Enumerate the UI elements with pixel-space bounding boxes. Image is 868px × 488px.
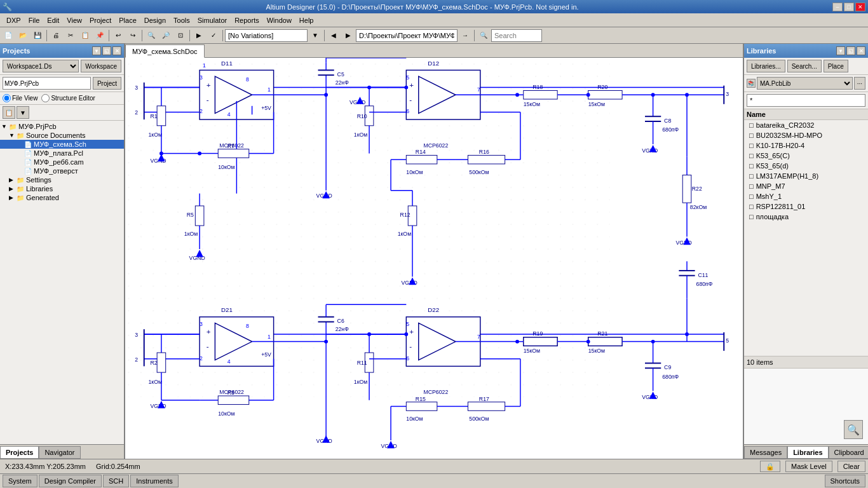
menu-place[interactable]: Place [115,15,140,25]
tree-item-cam[interactable]: 📄 МУФ_реб6.cam [0,158,124,166]
tab-instruments[interactable]: Instruments [130,475,178,487]
tree-item-pcb[interactable]: 📄 МУФ_плата.Pcl [0,149,124,158]
clear-text-btn[interactable]: Clear [837,461,865,472]
project-field[interactable] [3,77,91,90]
tb-copy[interactable]: 📋 [78,29,92,43]
tb-print[interactable]: 🖨 [49,29,63,43]
no-variations-field[interactable] [225,29,308,42]
preview-search-icon[interactable]: 🔍 [844,420,863,439]
right-panel-menu-btn[interactable]: ▼ [836,46,845,55]
minimize-button[interactable]: – [832,3,843,11]
close-button[interactable]: ✕ [855,3,865,11]
lib-item-4[interactable]: □ K53_65(d) [744,161,868,171]
tab-projects[interactable]: Projects [0,446,39,459]
lib-item-3[interactable]: □ K53_65(C) [744,151,868,161]
menu-project[interactable]: Project [86,15,115,25]
tb-back[interactable]: ◀ [327,29,341,43]
svg-text:R15: R15 [416,396,426,402]
libraries-button[interactable]: Libraries... [747,60,785,72]
tab-messages[interactable]: Messages [744,446,787,459]
file-view-label[interactable]: File View [3,94,37,102]
lib-item-8[interactable]: □ RSP122811_01 [744,201,868,212]
tree-show-all-btn[interactable]: 📋 [3,106,15,119]
lib-item-5[interactable]: □ LM317AEMP(H1_8) [744,171,868,181]
panel-menu-btn[interactable]: ▼ [92,46,101,55]
menu-window[interactable]: Window [263,15,295,25]
tab-navigator[interactable]: Navigator [39,446,80,459]
menu-edit[interactable]: Edit [43,15,63,25]
tree-item-generated[interactable]: ▶ 📁 Generated [0,193,124,202]
lib-item-1[interactable]: □ BU2032SM-HD-MPO [744,130,868,140]
menu-reports[interactable]: Reports [231,15,263,25]
tb-open[interactable]: 📂 [16,29,30,43]
tab-system[interactable]: System [3,475,37,487]
tb-redo[interactable]: ↪ [126,29,140,43]
menu-help[interactable]: Help [295,15,318,25]
search-button[interactable]: Search... [787,60,822,72]
tb-paste[interactable]: 📌 [93,29,107,43]
tree-item-source-docs[interactable]: ▼ 📁 Source Documents [0,131,124,140]
lib-search-input[interactable] [747,94,865,107]
lib-dropdown[interactable]: MA.PcbLib [757,77,853,90]
tree-item-other[interactable]: 📄 МУФ_отверст [0,166,124,175]
menu-view[interactable]: View [63,15,86,25]
menu-file[interactable]: File [25,15,44,25]
tab-libraries[interactable]: Libraries [787,446,828,459]
file-view-radio[interactable] [3,94,11,102]
schematic-area[interactable]: D11 1 1 3 2 4 8 + - MCP6022 +5V [125,58,743,459]
right-panel-close-btn[interactable]: ✕ [857,46,865,55]
tree-item-libraries[interactable]: ▶ 📁 Libraries [0,184,124,193]
tb-variations-dropdown[interactable]: ▼ [308,29,322,43]
tb-save[interactable]: 💾 [31,29,44,43]
tb-new[interactable]: 📄 [1,29,15,43]
lib-item-icon: □ [749,142,754,149]
project-button[interactable]: Project [93,77,121,90]
menu-design[interactable]: Design [140,15,170,25]
tb-zoom-in[interactable]: 🔍 [144,29,158,43]
tree-item-schematic[interactable]: 📄 МУФ_схема.Sch [0,140,124,149]
right-panel-float-btn[interactable]: ◱ [846,46,855,55]
lib-more-button[interactable]: ··· [854,77,865,90]
tb-zoom-out[interactable]: 🔎 [159,29,173,43]
tab-shortcuts[interactable]: Shortcuts [825,475,865,487]
tb-undo[interactable]: ↩ [111,29,125,43]
tb-verify[interactable]: ✓ [207,29,220,43]
lib-item-7[interactable]: □ MshY_1 [744,191,868,201]
place-button[interactable]: Place [824,60,848,72]
tab-sch[interactable]: SCH [103,475,129,487]
search-quick-field[interactable] [491,29,542,42]
tab-schematic-doc[interactable]: МУФ_схема.SchDoc [125,44,205,58]
lib-item-9[interactable]: □ площадка [744,212,868,222]
tab-clipboard[interactable]: Clipboard [829,446,868,459]
structure-editor-radio[interactable] [41,94,50,102]
menu-simulator[interactable]: Simulator [194,15,231,25]
workspace-button[interactable]: Workspace [81,60,121,72]
tb-fit[interactable]: ⊡ [173,29,187,43]
tb-forward[interactable]: ▶ [341,29,355,43]
lib-list[interactable]: □ batareika_CR2032 □ BU2032SM-HD-MPO □ K… [744,120,868,356]
structure-editor-label[interactable]: Structure Editor [41,94,95,102]
maximize-button[interactable]: □ [844,3,854,11]
menu-tools[interactable]: Tools [170,15,194,25]
svg-text:1кОм: 1кОм [149,132,162,138]
tree-item-muf-prjpcb[interactable]: ▼ 📁 МУФ.PrjPcb [0,122,124,131]
tree-item-settings[interactable]: ▶ 📁 Settings [0,175,124,184]
lib-item-6[interactable]: □ MNP_M7 [744,181,868,191]
lib-item-2[interactable]: □ K10-17B-H20-4 [744,140,868,151]
mask-level-btn[interactable]: Mask Level [785,461,832,472]
clear-btn[interactable]: 🔒 [760,461,780,472]
tab-design-compiler[interactable]: Design Compiler [39,475,102,487]
tb-search-quick[interactable]: 🔍 [477,29,491,43]
workspace-dropdown[interactable]: Workspace1.Ds [3,60,79,72]
lib-item-0[interactable]: □ batareika_CR2032 [744,120,868,130]
panel-close-btn[interactable]: ✕ [112,46,121,55]
tb-path-go[interactable]: → [458,29,472,43]
menu-dxp[interactable]: DXP [3,15,25,25]
file-tree[interactable]: ▼ 📁 МУФ.PrjPcb ▼ 📁 Source Documents 📄 МУ… [0,121,124,444]
tb-compile[interactable]: ▶ [192,29,206,43]
path-field[interactable] [356,29,458,42]
panel-float-btn[interactable]: ◱ [102,46,111,55]
left-panel-header: Projects ▼ ◱ ✕ [0,44,124,58]
tb-cut[interactable]: ✂ [64,29,78,43]
tree-filter-btn[interactable]: ▼ [17,106,29,119]
